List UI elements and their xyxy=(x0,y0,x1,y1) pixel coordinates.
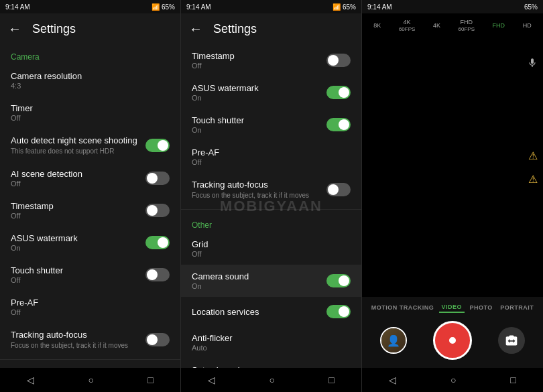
middle-toggle-camera-sound[interactable] xyxy=(326,274,351,287)
middle-section-other: Other xyxy=(181,212,361,233)
left-item-auto-detect-night-text: Auto detect night scene shooting This fe… xyxy=(11,135,145,155)
left-item-asus-watermark-name: ASUS watermark xyxy=(11,233,145,243)
left-item-tracking-af-sub: Focus on the subject, track it if it mov… xyxy=(11,341,145,350)
left-item-pre-af[interactable]: Pre-AF Off xyxy=(0,291,180,323)
battery-icon: 65% xyxy=(162,3,175,11)
left-item-tracking-af-name: Tracking auto-focus xyxy=(11,330,145,340)
camera-mode-fhd60[interactable]: FHD 60FPS xyxy=(459,19,475,32)
left-toggle-touch-shutter[interactable] xyxy=(145,268,170,281)
right-recents-nav[interactable]: □ xyxy=(510,375,516,385)
middle-back-nav[interactable]: ◁ xyxy=(208,375,215,385)
left-item-timestamp[interactable]: Timestamp Off xyxy=(0,194,180,226)
left-toggle-timestamp[interactable] xyxy=(145,204,170,217)
camera-mode-4k[interactable]: 4K xyxy=(433,22,440,29)
left-recents-nav[interactable]: □ xyxy=(147,375,153,385)
middle-item-tracking-af-text: Tracking auto-focus Focus on the subject… xyxy=(192,180,326,200)
left-item-ai-scene[interactable]: AI scene detection Off xyxy=(0,162,180,194)
left-panel-title: Settings xyxy=(32,22,76,36)
middle-item-tracking-af[interactable]: Tracking auto-focus Focus on the subject… xyxy=(181,173,361,206)
capture-button[interactable] xyxy=(433,321,472,360)
left-toggle-ai-scene[interactable] xyxy=(145,172,170,185)
middle-item-touch-shutter-value: On xyxy=(192,126,326,134)
middle-item-location-services[interactable]: Location services xyxy=(181,297,361,326)
left-item-tracking-af[interactable]: Tracking auto-focus Focus on the subject… xyxy=(0,323,180,356)
left-item-tracking-af-text: Tracking auto-focus Focus on the subject… xyxy=(11,330,145,350)
left-item-auto-detect-night-name: Auto detect night scene shooting xyxy=(11,135,145,145)
middle-home-nav[interactable]: ○ xyxy=(269,375,275,385)
middle-wifi-icon: 📶 xyxy=(333,3,341,11)
middle-time: 9:14 AM xyxy=(186,3,211,11)
left-back-nav[interactable]: ◁ xyxy=(27,375,34,385)
left-item-asus-watermark-text: ASUS watermark On xyxy=(11,233,145,252)
middle-item-touch-shutter[interactable]: Touch shutter On xyxy=(181,109,361,141)
left-item-touch-shutter[interactable]: Touch shutter Off xyxy=(0,259,180,291)
middle-toggle-tracking-af-thumb xyxy=(328,184,339,195)
camera-viewfinder: ⚠ ⚠ xyxy=(362,38,543,297)
left-status-bar: 9:14 AM 📶 65% xyxy=(0,0,180,13)
left-home-nav[interactable]: ○ xyxy=(88,375,94,385)
left-toggle-tracking-af[interactable] xyxy=(145,333,170,346)
middle-item-volume-key[interactable]: Set volume key as Shutter xyxy=(181,358,361,368)
mode-motion-tracking[interactable]: MOTION TRACKING xyxy=(369,303,437,312)
left-toggle-asus-watermark[interactable] xyxy=(145,236,170,249)
left-item-touch-shutter-text: Touch shutter Off xyxy=(11,265,145,284)
left-item-timer-value: Off xyxy=(11,114,170,122)
left-back-button[interactable]: ← xyxy=(8,21,21,37)
left-item-camera-resolution-name: Camera resolution xyxy=(11,71,170,81)
left-header: ← Settings xyxy=(0,13,180,44)
middle-item-location-services-text: Location services xyxy=(192,307,326,317)
camera-mode-hd[interactable]: HD xyxy=(523,22,532,29)
middle-item-anti-flicker[interactable]: Anti-flicker Auto xyxy=(181,326,361,358)
left-item-camera-resolution[interactable]: Camera resolution 4:3 xyxy=(0,64,180,96)
warning-icon-2[interactable]: ⚠ xyxy=(528,173,538,186)
camera-mode-4k60[interactable]: 4K 60FPS xyxy=(399,19,415,32)
left-toggle-tracking-af-thumb xyxy=(147,334,158,345)
middle-item-asus-watermark[interactable]: ASUS watermark On xyxy=(181,76,361,109)
gallery-thumbnail[interactable]: 👤 xyxy=(380,327,407,354)
left-item-auto-detect-night[interactable]: Auto detect night scene shooting This fe… xyxy=(0,129,180,162)
flip-camera-button[interactable] xyxy=(498,327,525,354)
left-toggle-touch-shutter-thumb xyxy=(147,269,158,280)
middle-item-pre-af-text: Pre-AF Off xyxy=(192,147,351,166)
middle-toggle-timestamp[interactable] xyxy=(326,54,351,67)
camera-bottom-modes: MOTION TRACKING VIDEO PHOTO PORTRAIT xyxy=(367,302,538,313)
middle-item-grid[interactable]: Grid Off xyxy=(181,233,361,265)
middle-toggle-touch-shutter-thumb xyxy=(339,119,349,130)
middle-item-timestamp[interactable]: Timestamp Off xyxy=(181,44,361,76)
middle-item-tracking-af-sub: Focus on the subject, track it if it mov… xyxy=(192,191,326,200)
camera-mode-4k-label: 4K xyxy=(433,22,440,29)
left-item-timer[interactable]: Timer Off xyxy=(0,96,180,129)
left-toggle-auto-detect-night[interactable] xyxy=(145,139,170,152)
left-item-asus-watermark[interactable]: ASUS watermark On xyxy=(0,226,180,259)
middle-toggle-location-services[interactable] xyxy=(326,305,351,318)
camera-mode-fhd60-label: FHD xyxy=(461,19,473,25)
mode-photo[interactable]: PHOTO xyxy=(467,303,495,312)
middle-item-timestamp-text: Timestamp Off xyxy=(192,51,326,70)
left-item-ai-scene-name: AI scene detection xyxy=(11,169,145,179)
middle-toggle-timestamp-thumb xyxy=(328,55,339,66)
warning-icon-1[interactable]: ⚠ xyxy=(528,149,538,162)
microphone-icon[interactable] xyxy=(527,58,538,71)
camera-mode-8k[interactable]: 8K xyxy=(373,22,381,29)
left-item-ai-scene-text: AI scene detection Off xyxy=(11,169,145,188)
middle-panel-content: Timestamp Off ASUS watermark On Touc xyxy=(181,44,361,368)
middle-toggle-asus-watermark[interactable] xyxy=(326,86,351,99)
right-back-nav[interactable]: ◁ xyxy=(389,375,396,385)
middle-back-button[interactable]: ← xyxy=(189,21,202,37)
left-toggle-ai-scene-thumb xyxy=(147,173,158,184)
middle-item-pre-af[interactable]: Pre-AF Off xyxy=(181,141,361,173)
middle-toggle-touch-shutter[interactable] xyxy=(326,118,351,131)
camera-mode-fhd[interactable]: FHD xyxy=(493,22,505,29)
left-section-camera: Camera xyxy=(0,44,180,64)
left-toggle-asus-watermark-thumb xyxy=(158,237,168,248)
mode-video[interactable]: VIDEO xyxy=(439,302,465,313)
middle-recents-nav[interactable]: □ xyxy=(328,375,334,385)
middle-item-camera-sound[interactable]: Camera sound On xyxy=(181,265,361,297)
right-home-nav[interactable]: ○ xyxy=(450,375,456,385)
mode-portrait[interactable]: PORTRAIT xyxy=(497,303,536,312)
left-item-camera-resolution-value: 4:3 xyxy=(11,82,170,90)
camera-mode-4k60-sub: 60FPS xyxy=(399,26,415,32)
middle-toggle-tracking-af[interactable] xyxy=(326,183,351,196)
middle-toggle-location-services-thumb xyxy=(339,306,349,317)
camera-bottom: MOTION TRACKING VIDEO PHOTO PORTRAIT 👤 xyxy=(362,297,543,368)
